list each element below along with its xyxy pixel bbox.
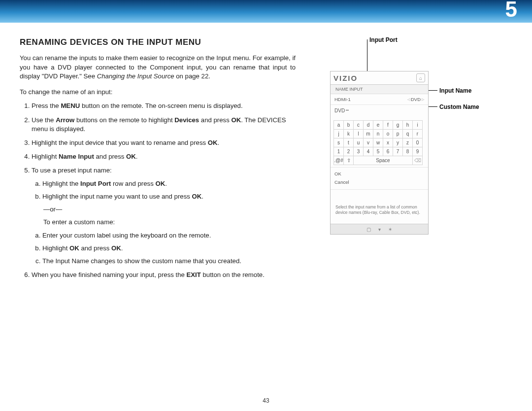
key[interactable]: q [403, 130, 413, 138]
key[interactable]: j [334, 130, 344, 138]
key[interactable]: 7 [393, 147, 403, 156]
key[interactable]: t [344, 138, 354, 147]
key[interactable]: d [364, 121, 373, 130]
kbd-row: .@# ⇧ Space ⌫ [334, 156, 423, 165]
osd-hint-text: Select the input name from a list of com… [331, 190, 428, 224]
key[interactable]: s [334, 138, 344, 147]
step-3: Highlight the input device that you want… [32, 138, 296, 147]
custom-b: Highlight OK and press OK. [42, 244, 296, 253]
key[interactable]: e [373, 121, 383, 130]
backspace-key[interactable]: ⌫ [413, 156, 423, 165]
key[interactable]: p [393, 130, 403, 138]
key[interactable]: 9 [413, 147, 423, 156]
key[interactable]: i [413, 121, 423, 130]
key[interactable]: 5 [373, 147, 383, 156]
callout-input-name: Input Name [439, 87, 471, 94]
kbd-row: a b c d e f g h i [334, 121, 423, 130]
kbd-row: s t u v w x y z 0 [334, 138, 423, 147]
figure-area: Input Port Input Name Custom Name VIZIO … [330, 36, 507, 284]
step-5: To use a preset input name: Highlight th… [32, 166, 296, 266]
key[interactable]: u [354, 138, 364, 147]
key[interactable]: 3 [354, 147, 364, 156]
key[interactable]: z [403, 138, 413, 147]
page-number: 43 [263, 397, 269, 404]
key[interactable]: b [344, 121, 354, 130]
shift-key[interactable]: ⇧ [344, 156, 354, 165]
step-1: Press the MENU button on the remote. The… [32, 102, 296, 110]
osd-panel: VIZIO ⌂ NAME INPUT HDMI-1 ◁ DVD ▷ DVD a … [330, 71, 429, 235]
key[interactable]: a [334, 121, 344, 130]
key[interactable]: n [373, 130, 383, 138]
key[interactable]: 1 [334, 147, 344, 156]
body-text: RENAMING DEVICES ON THE INPUT MENU You c… [20, 36, 296, 284]
key[interactable]: c [354, 121, 364, 130]
callout-input-port: Input Port [369, 36, 398, 43]
onscreen-keyboard: a b c d e f g h i j k l m n o p [333, 120, 423, 165]
chevron-left-icon[interactable]: ◁ [407, 98, 410, 102]
input-port-row[interactable]: HDMI-1 ◁ DVD ▷ [331, 94, 428, 105]
kbd-row: j k l m n o p q r [334, 130, 423, 138]
step-6: When you have finished naming your input… [32, 271, 296, 279]
callout-custom-name: Custom Name [439, 103, 479, 110]
osd-footer: ▢ ▾ ✶ [331, 224, 428, 234]
kbd-row: 1 2 3 4 5 6 7 8 9 [334, 147, 423, 156]
key[interactable]: 6 [383, 147, 393, 156]
input-port-value: DVD [411, 97, 421, 102]
key[interactable]: v [364, 138, 373, 147]
section-heading: RENAMING DEVICES ON THE INPUT MENU [20, 36, 296, 48]
space-key[interactable]: Space [354, 156, 413, 165]
gear-icon[interactable]: ✶ [388, 227, 392, 232]
header-banner: 5 [0, 0, 532, 23]
wide-icon[interactable]: ▢ [366, 227, 371, 232]
key[interactable]: r [413, 130, 423, 138]
osd-title: NAME INPUT [331, 85, 428, 94]
symbols-key[interactable]: .@# [334, 156, 344, 165]
intro-paragraph: You can rename the inputs to make them e… [20, 54, 296, 81]
custom-lead: To enter a custom name: [43, 218, 296, 227]
chevron-right-icon[interactable]: ▷ [422, 98, 424, 102]
leadin-paragraph: To change the name of an input: [20, 88, 296, 97]
key[interactable]: k [344, 130, 354, 138]
key[interactable]: m [364, 130, 373, 138]
key[interactable]: l [354, 130, 364, 138]
cancel-button[interactable]: Cancel [334, 178, 424, 186]
cursor-icon [346, 110, 349, 110]
osd-logo: VIZIO [333, 74, 358, 82]
key[interactable]: f [383, 121, 393, 130]
home-icon[interactable]: ⌂ [416, 73, 425, 82]
custom-name-field[interactable]: DVD [331, 105, 428, 116]
key[interactable]: w [373, 138, 383, 147]
step-5b: Highlight the input name you want to use… [42, 192, 296, 201]
key[interactable]: g [393, 121, 403, 130]
key[interactable]: 0 [413, 138, 423, 147]
input-port-label: HDMI-1 [334, 97, 351, 102]
key[interactable]: x [383, 138, 393, 147]
custom-a: Enter your custom label using the keyboa… [42, 231, 296, 240]
chevron-down-icon[interactable]: ▾ [378, 227, 381, 232]
ok-button[interactable]: OK [334, 170, 424, 178]
key[interactable]: 2 [344, 147, 354, 156]
custom-c: The Input Name changes to show the custo… [42, 257, 296, 266]
step-4: Highlight Name Input and press OK. [32, 152, 296, 161]
key[interactable]: 4 [364, 147, 373, 156]
key[interactable]: o [383, 130, 393, 138]
chapter-number: 5 [505, 0, 517, 22]
step-2: Use the Arrow buttons on the remote to h… [32, 116, 296, 134]
key[interactable]: y [393, 138, 403, 147]
or-divider: —or— [43, 205, 296, 214]
step-5a: Highlight the Input Port row and press O… [42, 179, 296, 188]
key[interactable]: 8 [403, 147, 413, 156]
key[interactable]: h [403, 121, 413, 130]
